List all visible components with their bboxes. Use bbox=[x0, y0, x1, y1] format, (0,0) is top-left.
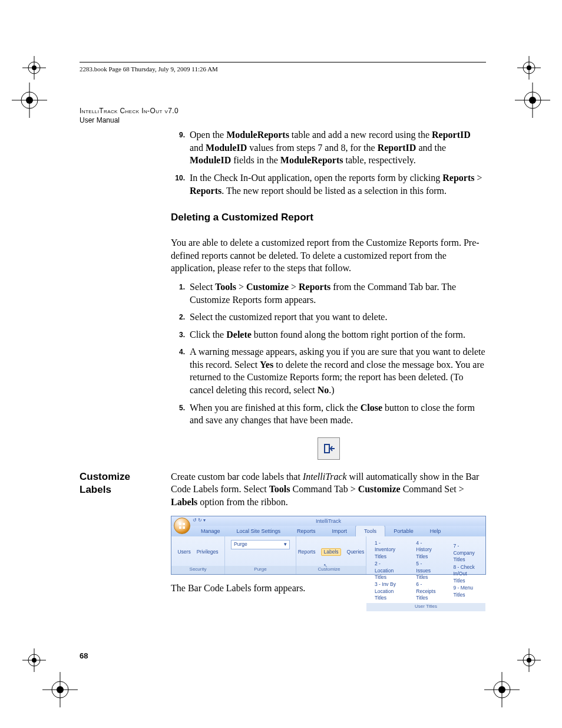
group-purge: Purge bbox=[225, 566, 296, 574]
usertitles-item: 6 - Receipts Titles bbox=[416, 581, 435, 601]
crop-mark-icon bbox=[42, 672, 66, 696]
ribbon-tabs: Manage Local Site Settings Reports Impor… bbox=[171, 526, 485, 536]
header-rule bbox=[80, 62, 486, 62]
svg-rect-34 bbox=[183, 523, 185, 525]
step-9: 9. Open the ModuleReports table and add … bbox=[171, 129, 486, 167]
product-title: IntelliTrack Check In-Out v7.0 bbox=[80, 106, 486, 116]
ribbon-app-title: IntelliTrack bbox=[171, 518, 485, 525]
usertitles-item: 9 - Menu Titles bbox=[453, 585, 475, 598]
delete-step-2: 2. Select the customized report that you… bbox=[171, 311, 486, 324]
back-icon bbox=[318, 437, 340, 460]
crop-mark-icon bbox=[515, 83, 538, 106]
btn-customize-reports: Reports bbox=[298, 549, 316, 555]
tab-reports: Reports bbox=[289, 526, 324, 536]
crop-mark-icon bbox=[22, 56, 46, 80]
purge-combo: Purge▾ bbox=[231, 540, 290, 549]
delete-intro: You are able to delete a customized repo… bbox=[171, 236, 486, 275]
office-orb-icon bbox=[174, 518, 190, 534]
delete-step-1: 1. Select Tools > Customize > Reports fr… bbox=[171, 281, 486, 306]
btn-customize-labels: Labels bbox=[321, 548, 340, 556]
delete-step-3: 3. Click the Delete button found along t… bbox=[171, 328, 486, 341]
usertitles-item: 7 - Company Titles bbox=[453, 543, 475, 563]
side-heading-customize-labels: Customize Labels bbox=[80, 470, 162, 496]
doc-header: IntelliTrack Check In-Out v7.0 User Manu… bbox=[80, 106, 486, 125]
usertitles-item: 5 - Issues Titles bbox=[416, 561, 435, 581]
btn-users: Users bbox=[177, 549, 190, 555]
usertitles-item: 4 - History Titles bbox=[416, 540, 435, 560]
step-10: 10. In the Check In-Out application, ope… bbox=[171, 172, 486, 197]
heading-deleting-report: Deleting a Customized Report bbox=[171, 211, 486, 225]
tab-local-site-settings: Local Site Settings bbox=[229, 526, 289, 536]
btn-customize-queries: Queries bbox=[347, 549, 365, 555]
svg-rect-35 bbox=[179, 526, 181, 529]
usertitles-item: 1 - Inventory Titles bbox=[375, 540, 398, 560]
usertitles-item: 8 - Check In/Out Titles bbox=[453, 564, 475, 584]
svg-rect-33 bbox=[179, 523, 181, 525]
tab-import: Import bbox=[324, 526, 356, 536]
tab-tools: Tools bbox=[355, 525, 385, 536]
usertitles-item: 2 - Location Titles bbox=[375, 561, 398, 581]
tab-manage: Manage bbox=[193, 526, 229, 536]
crop-mark-icon bbox=[22, 648, 46, 672]
chevron-down-icon: ▾ bbox=[284, 541, 287, 548]
step-number: 9. bbox=[171, 129, 190, 167]
ribbon-screenshot: ↺ ↻ ▾ IntelliTrack Manage Local Site Set… bbox=[171, 516, 486, 575]
group-security: Security bbox=[171, 566, 224, 574]
step-number: 10. bbox=[171, 172, 190, 197]
group-user-titles: User Titles bbox=[366, 603, 485, 611]
cursor-icon: ↖ bbox=[323, 563, 328, 568]
crop-mark-icon bbox=[12, 83, 35, 106]
btn-privileges: Privileges bbox=[197, 549, 219, 555]
svg-rect-36 bbox=[183, 526, 185, 529]
customize-labels-para: Create custom bar code labels that Intel… bbox=[171, 470, 486, 509]
svg-rect-32 bbox=[325, 444, 329, 453]
tab-help: Help bbox=[422, 526, 449, 536]
tab-portable: Portable bbox=[385, 526, 422, 536]
group-customize: Customize↖ bbox=[296, 566, 366, 574]
delete-step-4: 4. A warning message appears, asking you… bbox=[171, 345, 486, 396]
delete-step-5: 5. When you are finished at this form, c… bbox=[171, 401, 486, 427]
page-number: 68 bbox=[80, 651, 88, 661]
crop-mark-icon bbox=[517, 648, 541, 672]
usertitles-item: 3 - Inv By Location Titles bbox=[375, 581, 398, 601]
doc-subtitle: User Manual bbox=[80, 116, 486, 125]
crop-mark-icon bbox=[484, 672, 508, 696]
crop-mark-icon bbox=[517, 56, 541, 80]
running-header: 2283.book Page 68 Thursday, July 9, 2009… bbox=[80, 65, 486, 74]
